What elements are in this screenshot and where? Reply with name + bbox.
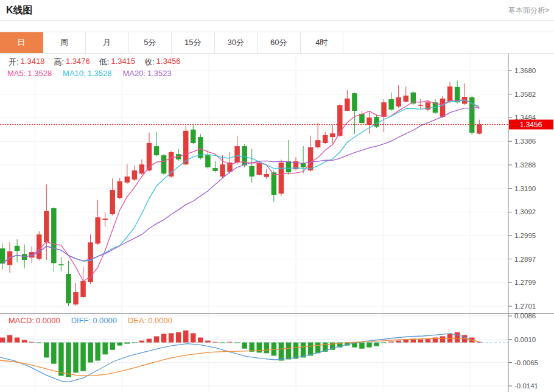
readout-value: 0.0000 [36, 316, 60, 325]
macd-hist-bar [125, 343, 130, 344]
candle-body [205, 155, 211, 167]
maRow-item: MA20:1.3523 [122, 69, 171, 78]
macd-hist-bar [15, 337, 19, 342]
candle-body [279, 163, 284, 194]
macd-hist-bar [242, 343, 247, 349]
tab-interval-4[interactable]: 15分 [172, 32, 215, 53]
macd-y-axis-label: -0.0141 [514, 382, 538, 390]
readout-label: 收: [144, 57, 155, 68]
macd-hist-bar [169, 333, 174, 342]
readout-value: 0.0000 [93, 316, 117, 325]
macd-hist-bar [139, 341, 145, 343]
macd-hist-bar [161, 334, 167, 342]
candle-body [154, 146, 159, 155]
macd-hist-bar [191, 333, 196, 342]
macd-hist-bar [95, 343, 100, 361]
readout-value: 1.3456 [156, 57, 181, 68]
tab-interval-3[interactable]: 5分 [129, 32, 172, 53]
macd-hist-bar [257, 343, 262, 353]
macd-hist-bar [374, 343, 379, 346]
candle-body [257, 163, 262, 175]
candle-body [66, 274, 71, 303]
candle-body [44, 211, 49, 242]
candle-body [58, 264, 64, 265]
macd-hist-bar [117, 343, 123, 346]
candle-body [477, 125, 482, 134]
y-axis-label: 1.3680 [514, 67, 536, 74]
candle-body [381, 102, 387, 117]
candle-body [359, 114, 365, 123]
macd-y-axis-label: 0.0010 [514, 336, 536, 343]
macd-hist-bar [66, 343, 71, 377]
candle-body [15, 246, 19, 251]
macdRow-item: DIFF:0.0000 [71, 316, 117, 325]
candle-body [220, 164, 225, 177]
candle-body [0, 248, 5, 264]
tab-interval-6[interactable]: 60分 [258, 32, 301, 53]
ohlcRow-item: 低:1.3415 [99, 57, 135, 68]
macd-hist-bar [426, 339, 431, 343]
y-axis-label: 1.2799 [514, 279, 536, 286]
candle-body [440, 99, 446, 117]
maRow-item: MA10:1.3528 [63, 69, 111, 78]
readout-value: 1.3418 [21, 57, 45, 68]
readout-value: 1.3476 [66, 57, 90, 68]
candle-body [308, 147, 313, 170]
macd-hist-bar [279, 343, 284, 361]
candle-body [7, 251, 12, 265]
candle-body [249, 166, 254, 177]
candle-body [102, 219, 108, 220]
ohlcRow-item: 开:1.3418 [9, 57, 44, 68]
macd-hist-bar [301, 343, 306, 358]
tab-interval-1[interactable]: 周 [43, 32, 86, 53]
ma5-line [2, 99, 479, 281]
readout-value: 1.3415 [111, 57, 135, 68]
dea-line [0, 338, 480, 376]
candle-body [286, 161, 292, 172]
readout-label: 开: [9, 57, 19, 68]
candle-body [345, 99, 350, 111]
macd-hist-bar [102, 343, 108, 355]
candle-body [191, 130, 196, 143]
ma20-line [2, 108, 479, 264]
y-axis-label: 1.3190 [514, 185, 536, 192]
candle-body [366, 117, 372, 125]
y-axis-label: 1.3288 [514, 161, 536, 169]
macd-readout: MACD:0.0000DIFF:0.0000DEA:0.0000 [9, 316, 172, 325]
macd-hist-bar [381, 343, 387, 343]
macd-hist-bar [286, 343, 292, 360]
candle-body [234, 146, 240, 163]
y-axis-label: 1.3582 [514, 91, 536, 98]
macd-hist-bar [418, 340, 424, 343]
tab-interval-0[interactable]: 日 [0, 32, 43, 53]
candle-body [447, 86, 453, 102]
macd-hist-bar [440, 336, 446, 342]
macd-hist-bar [264, 343, 270, 354]
macd-hist-bar [80, 343, 86, 371]
macd-hist-bar [147, 339, 152, 343]
candle-body [323, 135, 328, 143]
macd-hist-bar [220, 343, 225, 343]
candle-body [95, 217, 100, 243]
tab-interval-2[interactable]: 月 [86, 32, 129, 53]
readout-label: MACD: [9, 316, 34, 325]
candle-body [110, 190, 116, 214]
macd-hist-bar [212, 342, 218, 343]
candle-body [139, 164, 145, 173]
candle-body [404, 96, 409, 102]
candle-body [330, 133, 335, 137]
macd-hist-bar [293, 343, 299, 359]
tab-interval-7[interactable]: 4时 [301, 32, 344, 53]
macd-hist-bar [44, 343, 49, 358]
ohlcRow-item: 收:1.3456 [144, 57, 180, 68]
macd-hist-bar [0, 337, 5, 342]
maRow-item: MA5:1.3528 [7, 69, 52, 78]
macd-hist-bar [176, 332, 181, 343]
readout-label: DEA: [128, 316, 146, 325]
candle-body [352, 93, 357, 111]
macd-hist-bar [88, 343, 93, 363]
tab-interval-5[interactable]: 30分 [215, 32, 258, 53]
macd-hist-bar [234, 343, 240, 343]
ohlcRow-item: 高:1.3476 [54, 57, 89, 68]
macdRow-item: MACD:0.0000 [9, 316, 60, 325]
